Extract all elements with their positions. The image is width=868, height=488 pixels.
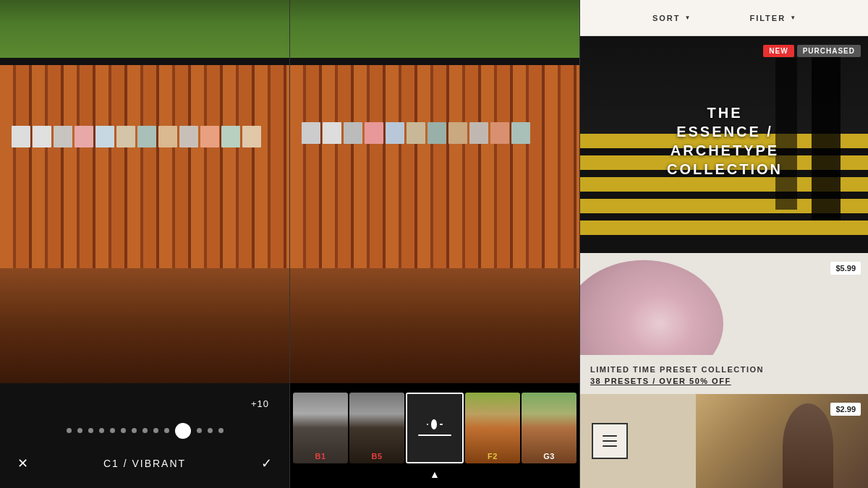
preset-b5[interactable]: B5 xyxy=(349,393,404,463)
editor-label-bar: ✕ C1 / VIBRANT ✓ xyxy=(14,455,275,471)
dot-9 xyxy=(153,428,158,433)
dot-active[interactable] xyxy=(175,423,191,439)
filter-button[interactable]: FILTER ▼ xyxy=(749,14,797,22)
limited-time-collection[interactable]: $5.99 LIMITED TIME PRESET COLLECTION 38 … xyxy=(580,253,868,394)
bottom-price: $2.99 xyxy=(830,403,861,416)
collection-title: THE ESSENCE / ARCHETYPE COLLECTION xyxy=(652,103,797,179)
filter-arrow-icon: ▼ xyxy=(790,14,797,21)
dot-14 xyxy=(218,428,224,433)
fence-photo xyxy=(0,0,289,383)
purchased-badge: PURCHASED xyxy=(797,45,861,57)
preset-f2[interactable]: F2 xyxy=(465,393,520,463)
editor-controls: +10 ✕ C1 / VIBRANT ✓ xyxy=(0,383,289,488)
bottom-collection[interactable]: $2.99 xyxy=(580,394,868,488)
store-panel: SORT ▼ FILTER ▼ xyxy=(580,0,868,488)
preset-c1-icon xyxy=(407,394,462,462)
dot-5 xyxy=(110,428,115,433)
fence-top-2 xyxy=(290,58,579,66)
dot-3 xyxy=(88,428,93,433)
preset-g3-label: G3 xyxy=(522,452,576,461)
store-header: SORT ▼ FILTER ▼ xyxy=(580,0,868,36)
icon-bottom-bar xyxy=(418,435,451,436)
icon-bar-left xyxy=(427,424,428,425)
collection-title-line2: ESSENCE / ARCHETYPE xyxy=(671,124,779,158)
filter-label: FILTER xyxy=(749,14,786,22)
editor-photo-area xyxy=(0,0,289,383)
menu-line-3 xyxy=(603,445,617,447)
new-badge: NEW xyxy=(763,45,793,57)
dot-2 xyxy=(77,428,82,433)
sort-button[interactable]: SORT ▼ xyxy=(652,14,692,22)
dot-6 xyxy=(121,428,126,433)
preset-thumbnails: B1 B5 F2 xyxy=(290,383,579,466)
preset-name-label: C1 / VIBRANT xyxy=(103,458,186,469)
collection-title-line3: COLLECTION xyxy=(667,161,783,177)
presets-photo-area xyxy=(290,0,579,383)
fence-shadow xyxy=(0,268,289,383)
badge-row: NEW PURCHASED xyxy=(763,45,861,57)
up-arrow[interactable]: ▲ xyxy=(430,469,440,479)
icon-row-1 xyxy=(427,419,443,429)
fence-top-dark xyxy=(0,58,289,66)
dot-1 xyxy=(67,428,72,433)
essence-collection[interactable]: NEW PURCHASED THE ESSENCE / ARCHETYPE CO… xyxy=(580,36,868,253)
collection-title-area: THE ESSENCE / ARCHETYPE COLLECTION xyxy=(652,103,797,179)
secondary-subtitle: 38 PRESETS / OVER 50% OFF xyxy=(590,377,859,385)
slider-track[interactable] xyxy=(14,423,275,439)
preset-f2-label: F2 xyxy=(465,452,520,461)
preset-g3[interactable]: G3 xyxy=(522,393,576,463)
icon-bar-right xyxy=(440,424,443,425)
dot-13 xyxy=(208,428,213,433)
menu-icon-button[interactable] xyxy=(592,423,628,459)
icon-circle xyxy=(431,419,437,429)
fence-shadow-2 xyxy=(290,268,579,383)
preset-bar: B1 B5 F2 xyxy=(290,383,579,488)
preset-b1[interactable]: B1 xyxy=(293,393,348,463)
collection-title-line1: THE xyxy=(707,105,743,121)
sky-area xyxy=(0,0,289,58)
dot-12 xyxy=(197,428,202,433)
slider-value: +10 xyxy=(251,398,269,409)
sky-area-2 xyxy=(290,0,579,58)
sort-label: SORT xyxy=(652,14,681,22)
fence-photo-2 xyxy=(290,0,579,383)
preset-c1[interactable] xyxy=(406,393,464,463)
close-button[interactable]: ✕ xyxy=(17,455,28,471)
menu-line-1 xyxy=(603,435,617,437)
sort-arrow-icon: ▼ xyxy=(685,14,692,21)
secondary-price: $5.99 xyxy=(830,262,861,275)
editor-panel: +10 ✕ C1 / VIBRANT ✓ xyxy=(0,0,289,488)
dot-10 xyxy=(164,428,169,433)
secondary-text-area: LIMITED TIME PRESET COLLECTION 38 PRESET… xyxy=(580,355,868,394)
fence-planks-2 xyxy=(290,65,579,268)
slider-dots xyxy=(14,423,275,439)
secondary-title: LIMITED TIME PRESET COLLECTION xyxy=(590,364,859,377)
preset-b1-label: B1 xyxy=(293,452,348,461)
dot-7 xyxy=(132,428,137,433)
confirm-button[interactable]: ✓ xyxy=(261,455,272,471)
store-content: NEW PURCHASED THE ESSENCE / ARCHETYPE CO… xyxy=(580,36,868,488)
preset-b5-label: B5 xyxy=(349,452,404,461)
menu-line-2 xyxy=(603,440,617,442)
dot-4 xyxy=(99,428,104,433)
presets-panel: B1 B5 F2 xyxy=(290,0,579,488)
dot-8 xyxy=(142,428,148,433)
fence-planks xyxy=(0,65,289,268)
